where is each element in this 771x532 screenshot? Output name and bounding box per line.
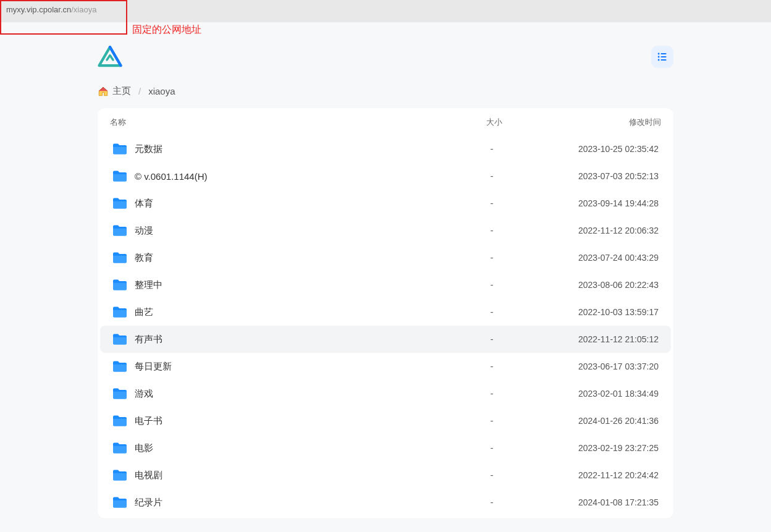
svg-rect-5 xyxy=(661,59,667,61)
folder-icon xyxy=(112,306,127,318)
row-name-cell: 电视剧 xyxy=(112,469,449,481)
folder-icon xyxy=(112,279,127,291)
svg-point-4 xyxy=(658,59,660,61)
row-time-cell: 2024-01-08 17:21:35 xyxy=(535,497,659,507)
row-size-cell: - xyxy=(449,307,535,317)
row-time-cell: 2022-11-12 20:24:42 xyxy=(535,470,659,480)
row-name-cell: 动漫 xyxy=(112,224,449,237)
address-host: myxy.vip.cpolar.cn xyxy=(6,5,71,14)
breadcrumb-home[interactable]: 主页 xyxy=(98,85,131,97)
table-row[interactable]: 电影-2023-02-19 23:27:25 xyxy=(100,434,671,462)
table-row[interactable]: 每日更新-2023-06-17 03:37:20 xyxy=(100,353,671,380)
folder-icon xyxy=(112,224,127,237)
home-icon xyxy=(98,86,109,97)
row-time-cell: 2023-10-25 02:35:42 xyxy=(535,144,659,154)
table-row[interactable]: 元数据-2023-10-25 02:35:42 xyxy=(100,135,671,163)
row-name-label: 电影 xyxy=(135,442,153,454)
column-header-time[interactable]: 修改时间 xyxy=(537,117,661,128)
list-header: 名称 大小 修改时间 xyxy=(98,108,673,135)
row-name-cell: 教育 xyxy=(112,251,449,264)
row-name-label: 每日更新 xyxy=(135,361,172,373)
row-size-cell: - xyxy=(449,334,535,344)
folder-icon xyxy=(112,496,127,509)
table-row[interactable]: 曲艺-2022-10-03 13:59:17 xyxy=(100,298,671,326)
folder-icon xyxy=(112,170,127,182)
content-area: 主页 / xiaoya 名称 大小 修改时间 元数据-2023-10-25 02… xyxy=(0,22,771,518)
breadcrumb-crumb[interactable]: xiaoya xyxy=(148,86,175,96)
folder-icon xyxy=(112,442,127,454)
column-header-size[interactable]: 大小 xyxy=(451,117,537,128)
table-row[interactable]: 整理中-2023-08-06 20:22:43 xyxy=(100,271,671,298)
row-name-label: 教育 xyxy=(135,252,153,264)
row-size-cell: - xyxy=(449,280,535,290)
row-size-cell: - xyxy=(449,497,535,507)
address-url-box[interactable]: myxy.vip.cpolar.cn/xiaoya xyxy=(0,0,127,35)
row-name-cell: 电子书 xyxy=(112,415,449,427)
row-name-cell: 体育 xyxy=(112,197,449,209)
folder-icon xyxy=(112,415,127,427)
row-size-cell: - xyxy=(449,443,535,453)
row-name-label: © v.0601.1144(H) xyxy=(135,171,208,182)
breadcrumb-home-label: 主页 xyxy=(112,85,131,97)
row-time-cell: 2023-02-19 23:27:25 xyxy=(535,443,659,453)
row-name-label: 动漫 xyxy=(135,225,153,237)
row-time-cell: 2023-07-03 20:52:13 xyxy=(535,171,659,181)
table-row[interactable]: 有声书-2022-11-12 21:05:12 xyxy=(100,326,671,353)
row-name-label: 元数据 xyxy=(135,143,162,155)
row-size-cell: - xyxy=(449,416,535,426)
row-time-cell: 2023-02-01 18:34:49 xyxy=(535,389,659,399)
row-size-cell: - xyxy=(449,253,535,263)
row-time-cell: 2023-06-17 03:37:20 xyxy=(535,361,659,371)
row-name-label: 电视剧 xyxy=(135,470,162,481)
logo-icon xyxy=(98,46,122,68)
row-name-label: 曲艺 xyxy=(135,306,153,318)
row-name-label: 电子书 xyxy=(135,415,162,427)
row-time-cell: 2022-11-12 20:06:32 xyxy=(535,226,659,235)
row-size-cell: - xyxy=(449,198,535,208)
row-size-cell: - xyxy=(449,470,535,480)
row-name-cell: 纪录片 xyxy=(112,496,449,509)
row-name-cell: 游戏 xyxy=(112,387,449,400)
column-header-name[interactable]: 名称 xyxy=(110,117,451,128)
row-time-cell: 2022-11-12 21:05:12 xyxy=(535,334,659,344)
row-size-cell: - xyxy=(449,171,535,181)
annotation-label: 固定的公网地址 xyxy=(132,23,201,36)
file-list-body: 元数据-2023-10-25 02:35:42© v.0601.1144(H)-… xyxy=(98,135,673,516)
row-size-cell: - xyxy=(449,361,535,371)
row-name-cell: 每日更新 xyxy=(112,360,449,373)
row-name-cell: 有声书 xyxy=(112,333,449,345)
folder-icon xyxy=(112,469,127,481)
row-name-cell: 整理中 xyxy=(112,279,449,291)
table-row[interactable]: 纪录片-2024-01-08 17:21:35 xyxy=(100,489,671,516)
svg-rect-3 xyxy=(661,56,667,57)
table-row[interactable]: 游戏-2023-02-01 18:34:49 xyxy=(100,380,671,407)
table-row[interactable]: 电子书-2024-01-26 20:41:36 xyxy=(100,407,671,434)
table-row[interactable]: 动漫-2022-11-12 20:06:32 xyxy=(100,217,671,244)
table-row[interactable]: 教育-2023-07-24 00:43:29 xyxy=(100,244,671,271)
row-time-cell: 2023-08-06 20:22:43 xyxy=(535,280,659,290)
svg-point-0 xyxy=(658,53,660,55)
row-name-cell: 曲艺 xyxy=(112,306,449,318)
breadcrumb-separator: / xyxy=(138,86,141,96)
svg-point-2 xyxy=(658,56,660,58)
file-list-panel: 名称 大小 修改时间 元数据-2023-10-25 02:35:42© v.06… xyxy=(98,108,673,518)
row-size-cell: - xyxy=(449,144,535,154)
row-name-label: 游戏 xyxy=(135,388,153,400)
row-time-cell: 2023-07-24 00:43:29 xyxy=(535,253,659,263)
row-name-label: 整理中 xyxy=(135,279,162,291)
row-name-label: 有声书 xyxy=(135,334,162,345)
folder-icon xyxy=(112,333,127,345)
table-row[interactable]: © v.0601.1144(H)-2023-07-03 20:52:13 xyxy=(100,163,671,190)
view-toggle-button[interactable] xyxy=(651,46,673,68)
row-size-cell: - xyxy=(449,389,535,399)
row-name-cell: 电影 xyxy=(112,442,449,454)
row-time-cell: 2023-09-14 19:44:28 xyxy=(535,198,659,208)
folder-icon xyxy=(112,197,127,209)
row-time-cell: 2024-01-26 20:41:36 xyxy=(535,416,659,426)
row-name-cell: © v.0601.1144(H) xyxy=(112,170,449,182)
folder-icon xyxy=(112,251,127,264)
table-row[interactable]: 体育-2023-09-14 19:44:28 xyxy=(100,190,671,217)
address-bar-region: myxy.vip.cpolar.cn/xiaoya 固定的公网地址 xyxy=(0,0,771,22)
app-logo[interactable] xyxy=(98,46,122,68)
table-row[interactable]: 电视剧-2022-11-12 20:24:42 xyxy=(100,462,671,489)
